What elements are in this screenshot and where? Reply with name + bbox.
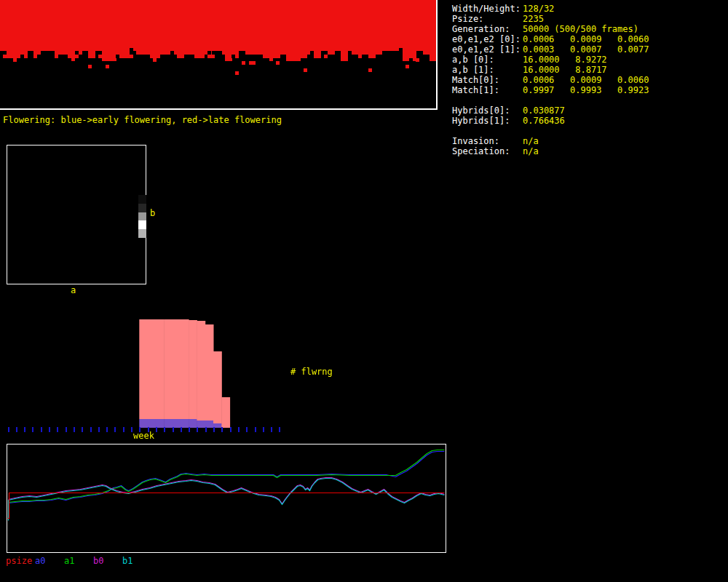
stat-label: e0,e1,e2 [1]: — [452, 44, 523, 55]
flowering-note-text: Flowering: blue->early flowering, red->l… — [3, 115, 282, 125]
ab-parameter-box — [7, 145, 146, 284]
stat-value: 16.0000 8.9272 — [523, 55, 607, 65]
axis-label-a: a — [71, 285, 76, 295]
stat-row: e0,e1,e2 [1]:0.0003 0.0007 0.0077 — [452, 44, 725, 55]
axis-label-b: b — [150, 208, 155, 218]
b-distribution-cell — [138, 220, 146, 229]
stat-row: Match[0]:0.0006 0.0009 0.0060 — [452, 75, 725, 85]
stat-label: Generation: — [452, 24, 523, 34]
stat-value: n/a — [523, 146, 539, 156]
flowering-histogram-canvas — [0, 313, 451, 436]
stat-label: Match[1]: — [452, 85, 523, 95]
timeseries-lines-canvas — [7, 445, 446, 552]
stat-row: Psize:2235 — [452, 14, 725, 24]
stat-value: 0.766436 — [523, 116, 565, 126]
stats-panel: Width/Height:128/32Psize:2235Generation:… — [452, 4, 725, 156]
b-distribution-cell — [138, 195, 146, 204]
stat-value: 0.9997 0.9993 0.9923 — [523, 85, 649, 95]
timeseries-legend: psizea0a1b0b1 — [0, 556, 451, 567]
histogram-count-label: # flwrng — [290, 367, 333, 377]
stat-row: Hybrids[1]:0.766436 — [452, 116, 725, 126]
stat-row-spacer — [452, 126, 725, 136]
stat-row: Hybrids[0]:0.030877 — [452, 105, 725, 116]
stat-value: 50000 (500/500 frames) — [523, 24, 638, 34]
stat-value: 2235 — [523, 14, 544, 24]
legend-item-a0: a0 — [35, 556, 45, 566]
stat-label: Speciation: — [452, 146, 523, 156]
stat-row: Width/Height:128/32 — [452, 4, 725, 14]
stat-label: Match[0]: — [452, 75, 523, 85]
stat-row-spacer — [452, 95, 725, 105]
stat-row: a,b [0]:16.0000 8.9272 — [452, 55, 725, 65]
legend-item-b1: b1 — [122, 556, 132, 566]
stat-label: a,b [0]: — [452, 55, 523, 65]
legend-item-a1: a1 — [64, 556, 74, 566]
stat-label: Hybrids[1]: — [452, 116, 523, 126]
stat-row: a,b [1]:16.0000 8.8717 — [452, 65, 725, 75]
histogram-week-axis-label: week — [133, 431, 154, 441]
simulation-app-screen: { "colors": { "background": "#000000", "… — [0, 0, 728, 582]
stat-value: 0.0006 0.0009 0.0060 — [523, 75, 649, 85]
b-distribution-cell — [138, 212, 146, 220]
population-grid-canvas — [0, 0, 438, 111]
stat-value: n/a — [523, 136, 539, 146]
stat-label: a,b [1]: — [452, 65, 523, 75]
stat-row: e0,e1,e2 [0]:0.0006 0.0009 0.0060 — [452, 34, 725, 44]
stat-row: Speciation:n/a — [452, 146, 725, 156]
stat-label: e0,e1,e2 [0]: — [452, 34, 523, 44]
stat-label: Width/Height: — [452, 4, 523, 14]
stat-value: 0.0006 0.0009 0.0060 — [523, 34, 649, 44]
stat-row: Invasion:n/a — [452, 136, 725, 146]
stat-row: Generation:50000 (500/500 frames) — [452, 24, 725, 34]
b-distribution-cell — [138, 204, 146, 212]
stat-value: 128/32 — [523, 4, 554, 14]
timeseries-chart-box — [7, 444, 446, 553]
legend-item-b0: b0 — [93, 556, 103, 566]
stat-value: 16.0000 8.8717 — [523, 65, 607, 75]
stat-value: 0.030877 — [523, 105, 565, 116]
stat-label: Hybrids[0]: — [452, 105, 523, 116]
b-distribution-cell — [138, 229, 146, 238]
stat-label: Invasion: — [452, 136, 523, 146]
legend-item-psize: psize — [6, 556, 32, 566]
stat-value: 0.0003 0.0007 0.0077 — [523, 44, 649, 55]
stat-label: Psize: — [452, 14, 523, 24]
stat-row: Match[1]:0.9997 0.9993 0.9923 — [452, 85, 725, 95]
